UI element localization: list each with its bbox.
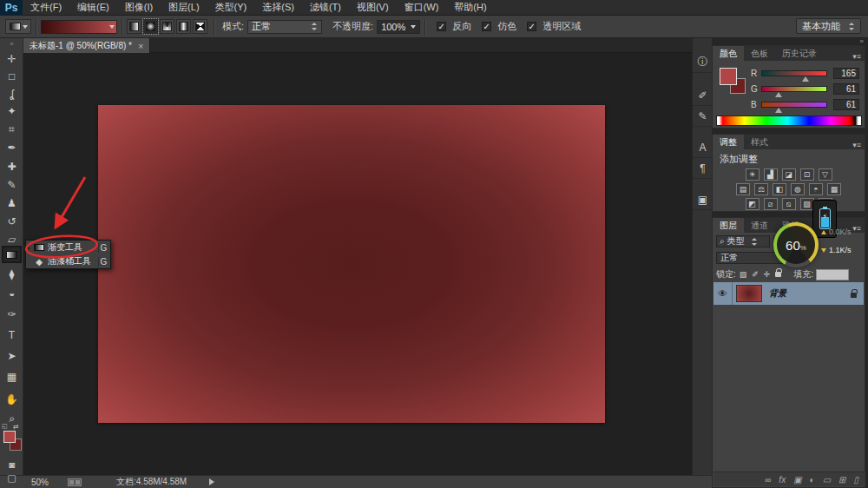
brush-panel-icon[interactable]: ✐ xyxy=(693,85,713,106)
diamond-gradient-button[interactable] xyxy=(193,19,207,34)
blend-mode-select[interactable]: 正常 xyxy=(247,20,322,34)
dither-checkbox[interactable] xyxy=(482,22,491,31)
linear-gradient-button[interactable] xyxy=(127,19,141,34)
menu-filter[interactable]: 滤镜(T) xyxy=(302,0,349,16)
menu-file[interactable]: 文件(F) xyxy=(23,0,69,16)
quick-mask-button[interactable]: ◙ xyxy=(2,457,22,472)
blue-slider[interactable] xyxy=(761,102,827,108)
crop-tool[interactable]: ⌗ xyxy=(2,121,22,138)
fill-value-field[interactable] xyxy=(816,269,849,280)
tab-channels[interactable]: 通道 xyxy=(744,218,775,233)
healing-brush-tool[interactable]: ✚ xyxy=(2,158,22,175)
document-tab[interactable]: 未标题-1 @ 50%(RGB/8) * × xyxy=(23,38,150,53)
gradient-tool[interactable] xyxy=(2,246,22,263)
angle-gradient-button[interactable] xyxy=(160,19,174,34)
levels-icon[interactable]: ▟ xyxy=(764,168,778,181)
foreground-color-swatch[interactable] xyxy=(720,68,737,85)
tab-styles[interactable]: 样式 xyxy=(744,135,775,149)
slider-thumb[interactable] xyxy=(775,108,782,113)
menu-select[interactable]: 选择(S) xyxy=(254,0,302,16)
brush-presets-panel-icon[interactable]: ✎ xyxy=(693,106,713,127)
brush-tool[interactable]: ✎ xyxy=(2,176,22,194)
collapse-tools-icon[interactable]: » xyxy=(0,38,23,48)
eyedropper-tool[interactable]: ✒ xyxy=(2,139,22,156)
info-panel-icon[interactable]: ⓘ xyxy=(693,52,713,73)
red-value-field[interactable]: 165 xyxy=(833,68,859,79)
move-tool[interactable]: ✛ xyxy=(2,50,22,68)
lock-paint-icon[interactable]: ✐ xyxy=(752,270,759,279)
opacity-field[interactable]: 100% xyxy=(377,20,420,34)
photo-filter-icon[interactable]: ◍ xyxy=(791,183,805,195)
green-slider[interactable] xyxy=(761,86,827,92)
default-colors-icon[interactable]: ◱ xyxy=(2,423,8,430)
tab-history[interactable]: 历史记录 xyxy=(775,46,824,61)
zoom-level-field[interactable]: 50% xyxy=(31,478,49,487)
type-tool[interactable]: T xyxy=(2,326,22,344)
slider-thumb[interactable] xyxy=(775,92,782,97)
posterize-icon[interactable]: ⧄ xyxy=(764,198,778,210)
pen-tool[interactable]: ✑ xyxy=(2,306,22,323)
layer-style-icon[interactable]: fx xyxy=(779,475,786,485)
lock-all-icon[interactable] xyxy=(775,272,781,277)
menu-type[interactable]: 类型(Y) xyxy=(207,0,255,16)
clone-source-panel-icon[interactable]: ▣ xyxy=(693,189,713,210)
swap-colors-icon[interactable]: ⇄ xyxy=(13,423,19,431)
lasso-tool[interactable]: ʆ xyxy=(2,85,22,102)
clone-stamp-tool[interactable]: ♟ xyxy=(2,195,22,212)
slider-thumb[interactable] xyxy=(802,76,809,82)
brightness-contrast-icon[interactable]: ☀ xyxy=(746,168,760,181)
path-selection-tool[interactable]: ➤ xyxy=(2,347,22,365)
dodge-tool[interactable]: ◒ xyxy=(2,285,22,302)
color-lookup-icon[interactable]: ▦ xyxy=(827,183,841,195)
green-value-field[interactable]: 61 xyxy=(833,83,859,95)
panel-menu-icon[interactable]: ▾≡ xyxy=(852,52,865,61)
layer-mask-icon[interactable]: ▣ xyxy=(793,475,801,485)
radial-gradient-button[interactable] xyxy=(143,19,158,34)
hand-tool[interactable]: ✋ xyxy=(2,391,22,408)
canvas[interactable] xyxy=(98,105,605,423)
new-layer-icon[interactable]: ⊞ xyxy=(838,475,845,485)
menu-window[interactable]: 窗口(W) xyxy=(397,0,447,16)
link-layers-icon[interactable]: ∞ xyxy=(765,475,771,485)
curves-icon[interactable]: ◪ xyxy=(782,168,796,181)
shape-tool[interactable]: ▦ xyxy=(2,368,22,386)
foreground-color-swatch[interactable] xyxy=(3,431,16,443)
screen-mode-button[interactable]: ▢ xyxy=(2,472,22,484)
lock-transparency-icon[interactable]: ▨ xyxy=(740,270,747,279)
history-brush-tool[interactable]: ↺ xyxy=(2,213,22,230)
exposure-icon[interactable]: ⊡ xyxy=(800,168,814,181)
paragraph-panel-icon[interactable]: ¶ xyxy=(693,158,713,179)
channel-mixer-icon[interactable]: ◓ xyxy=(809,183,823,195)
close-icon[interactable]: × xyxy=(138,41,143,51)
menu-help[interactable]: 帮助(H) xyxy=(446,0,494,16)
quick-selection-tool[interactable]: ✦ xyxy=(2,102,22,120)
layer-group-icon[interactable]: ▭ xyxy=(823,475,831,485)
red-slider[interactable] xyxy=(761,70,827,76)
color-balance-icon[interactable]: ⚖ xyxy=(754,183,768,195)
visibility-eye-icon[interactable]: 👁 xyxy=(713,282,733,305)
flyout-item-paint-bucket-tool[interactable]: ◆ 油漆桶工具 G xyxy=(26,254,110,268)
hue-saturation-icon[interactable]: ▤ xyxy=(736,183,750,195)
flyout-item-gradient-tool[interactable]: ▪ 渐变工具 G xyxy=(26,241,110,254)
collapse-panels-icon[interactable]: » xyxy=(860,37,863,45)
panel-menu-icon[interactable]: ▾≡ xyxy=(852,141,865,149)
layer-row-background[interactable]: 👁 背景 xyxy=(713,282,864,305)
vibrance-icon[interactable]: ▽ xyxy=(819,168,832,181)
status-options-arrow-icon[interactable] xyxy=(209,478,214,485)
gradient-picker[interactable] xyxy=(41,20,117,34)
lock-position-icon[interactable]: ✛ xyxy=(764,270,771,279)
reflected-gradient-button[interactable] xyxy=(176,19,191,34)
invert-icon[interactable]: ◩ xyxy=(746,198,760,210)
menu-edit[interactable]: 编辑(E) xyxy=(69,0,117,16)
blue-value-field[interactable]: 61 xyxy=(833,99,859,110)
marquee-tool[interactable]: □ xyxy=(2,68,22,85)
menu-image[interactable]: 图像(I) xyxy=(117,0,161,16)
tab-swatches[interactable]: 色板 xyxy=(744,46,775,61)
menu-view[interactable]: 视图(V) xyxy=(349,0,397,16)
character-panel-icon[interactable]: A xyxy=(693,137,713,158)
delete-layer-icon[interactable]: ▯ xyxy=(853,475,858,485)
layer-thumbnail[interactable] xyxy=(736,285,762,302)
tool-preset-picker[interactable] xyxy=(5,19,31,34)
workspace-switcher[interactable]: 基本功能 xyxy=(796,18,861,34)
menu-layer[interactable]: 图层(L) xyxy=(161,0,207,16)
